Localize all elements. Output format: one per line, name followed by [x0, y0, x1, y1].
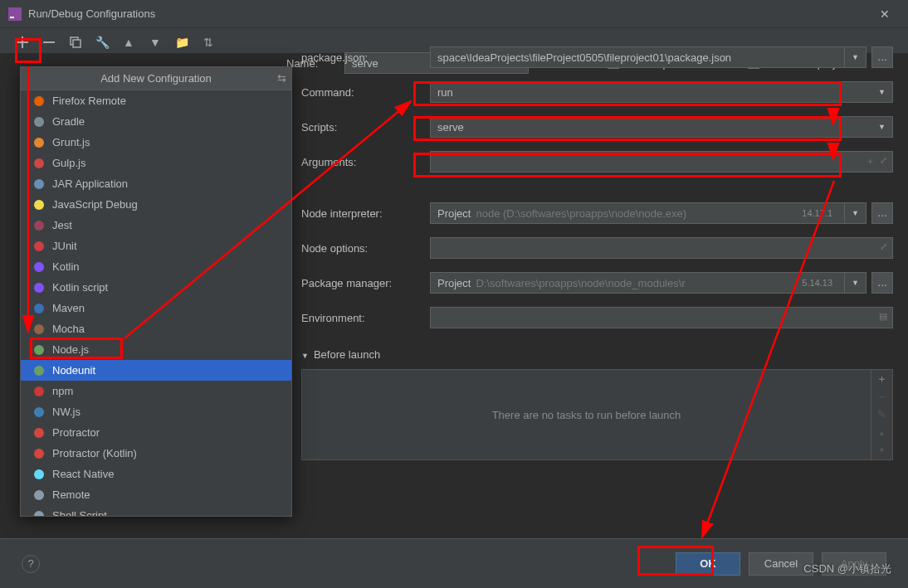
config-type-item[interactable]: JAR Application — [21, 173, 291, 194]
node-interpreter-dropdown[interactable]: ▼ — [845, 202, 867, 224]
config-form: package.json: space\IdeaProjects\filePro… — [286, 40, 908, 538]
arguments-input[interactable]: ＋⤢ — [430, 151, 893, 173]
dialog-footer: ? OK Cancel Apply — [0, 538, 908, 588]
svg-point-14 — [34, 283, 44, 293]
config-type-icon — [32, 426, 46, 440]
collapse-icon[interactable]: ⇆ — [277, 72, 286, 85]
package-json-dropdown[interactable]: ▼ — [845, 46, 867, 68]
config-type-label: Node.js — [52, 343, 89, 356]
expand-icon[interactable]: ⤢ — [880, 155, 887, 168]
config-type-icon — [32, 240, 46, 253]
svg-point-15 — [34, 304, 44, 313]
config-type-icon — [32, 364, 46, 377]
node-interpreter-select[interactable]: Project node (D:\softwares\proapps\node\… — [430, 202, 845, 224]
config-type-icon — [32, 509, 46, 517]
config-type-icon — [32, 447, 46, 460]
config-type-label: Protractor — [52, 426, 100, 439]
config-type-item[interactable]: Gradle — [21, 111, 291, 132]
config-type-label: Jest — [52, 219, 72, 231]
config-type-item[interactable]: JavaScript Debug — [21, 194, 291, 215]
config-type-icon — [32, 281, 46, 294]
list-icon[interactable]: ▤ — [879, 311, 887, 322]
folder-icon[interactable]: 📁 — [174, 35, 189, 50]
config-type-item[interactable]: NW.js — [21, 401, 291, 422]
expand-icon[interactable]: ⤢ — [880, 241, 887, 252]
config-type-label: Gulp.js — [52, 157, 85, 169]
package-json-label: package.json: — [301, 51, 430, 64]
config-type-item[interactable]: npm — [21, 381, 291, 401]
config-type-item[interactable]: Remote — [21, 484, 291, 505]
task-up-icon: ▲ — [871, 424, 892, 442]
svg-rect-1 — [10, 17, 14, 18]
config-type-icon — [32, 343, 46, 357]
help-icon[interactable]: ? — [22, 555, 40, 573]
copy-icon[interactable] — [68, 35, 83, 50]
config-type-icon — [32, 468, 46, 481]
config-type-label: JavaScript Debug — [52, 198, 138, 211]
config-type-item[interactable]: Mocha — [21, 318, 291, 339]
package-json-browse[interactable]: … — [871, 46, 893, 68]
wrench-icon[interactable]: 🔧 — [95, 35, 110, 50]
config-type-icon — [32, 302, 46, 315]
svg-point-19 — [34, 386, 44, 396]
task-add-icon[interactable]: ＋ — [871, 370, 892, 388]
config-type-icon — [32, 136, 46, 149]
package-manager-browse[interactable]: … — [871, 272, 893, 294]
config-type-item[interactable]: Maven — [21, 298, 291, 318]
ok-button[interactable]: OK — [676, 552, 740, 576]
svg-point-5 — [34, 96, 44, 106]
config-type-label: Remote — [52, 488, 90, 501]
config-type-label: React Native — [52, 468, 114, 480]
before-launch-toggle[interactable]: ▼Before launch — [301, 348, 893, 361]
svg-point-23 — [34, 469, 44, 479]
config-type-item[interactable]: Gulp.js — [21, 153, 291, 173]
package-manager-dropdown[interactable]: ▼ — [845, 272, 867, 294]
config-type-icon — [32, 219, 46, 232]
package-json-input[interactable]: space\IdeaProjects\fileProject0505\filep… — [430, 46, 845, 68]
node-options-input[interactable]: ⤢ — [430, 237, 893, 259]
add-icon[interactable] — [15, 35, 30, 50]
config-type-item[interactable]: Protractor — [21, 422, 291, 443]
config-type-label: Mocha — [52, 323, 85, 335]
config-type-item[interactable]: Kotlin script — [21, 277, 291, 298]
before-launch-panel: There are no tasks to run before launch … — [301, 369, 893, 460]
config-type-item[interactable]: Nodeunit — [21, 360, 291, 381]
config-type-icon — [32, 115, 46, 129]
config-type-item[interactable]: Protractor (Kotlin) — [21, 443, 291, 464]
config-type-item[interactable]: Firefox Remote — [21, 90, 291, 111]
config-type-item[interactable]: Kotlin — [21, 256, 291, 277]
config-type-item[interactable]: Grunt.js — [21, 132, 291, 153]
svg-point-11 — [34, 221, 44, 231]
scripts-select[interactable]: serve ▼ — [430, 116, 893, 138]
config-type-icon — [32, 177, 46, 191]
remove-icon[interactable] — [41, 35, 56, 50]
environment-input[interactable]: ▤ — [430, 307, 893, 328]
config-type-label: Protractor (Kotlin) — [52, 447, 137, 459]
add-macro-icon[interactable]: ＋ — [866, 155, 875, 168]
config-type-item[interactable]: Jest — [21, 215, 291, 236]
config-type-item[interactable]: React Native — [21, 464, 291, 484]
command-select[interactable]: run ▼ — [430, 81, 893, 103]
config-type-item[interactable]: Shell Script — [21, 505, 291, 516]
app-icon — [8, 7, 22, 21]
config-type-list[interactable]: Firefox RemoteGradleGrunt.jsGulp.jsJAR A… — [21, 90, 291, 516]
sort-icon[interactable]: ⇅ — [201, 35, 216, 50]
config-type-label: Grunt.js — [52, 136, 90, 148]
command-label: Command: — [301, 86, 430, 99]
config-type-item[interactable]: Node.js — [21, 339, 291, 360]
task-edit-icon: ✎ — [871, 406, 892, 424]
down-icon[interactable]: ▼ — [148, 35, 163, 50]
up-icon[interactable]: ▲ — [121, 35, 136, 50]
config-type-item[interactable]: JUnit — [21, 236, 291, 256]
svg-point-21 — [34, 428, 44, 438]
package-manager-select[interactable]: Project D:\softwares\proapps\node\node_m… — [430, 272, 845, 294]
svg-point-6 — [34, 117, 44, 127]
close-icon[interactable]: ✕ — [870, 7, 900, 21]
svg-point-20 — [34, 407, 44, 417]
popup-title: Add New Configuration ⇆ — [21, 67, 291, 90]
window-title: Run/Debug Configurations — [28, 7, 155, 20]
svg-point-12 — [34, 241, 44, 251]
scripts-label: Scripts: — [301, 121, 430, 134]
node-interpreter-browse[interactable]: … — [871, 202, 893, 224]
svg-point-18 — [34, 366, 44, 376]
